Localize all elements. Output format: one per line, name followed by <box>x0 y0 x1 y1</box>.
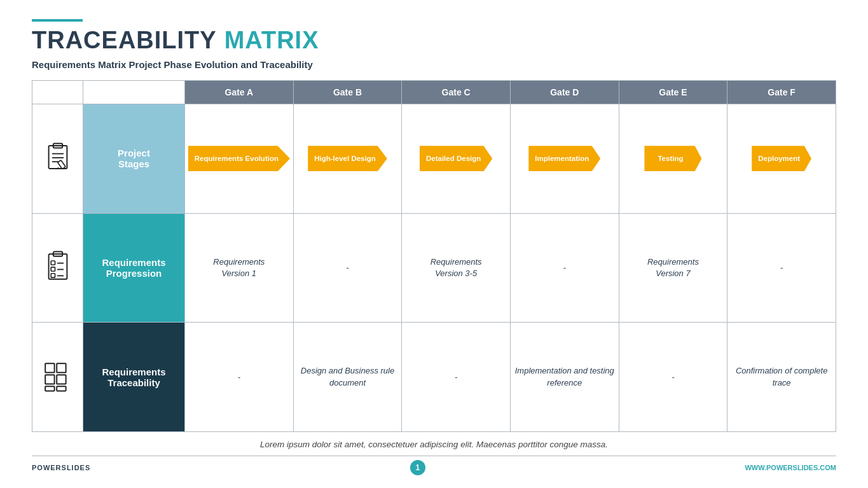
grid-squares-icon <box>41 359 75 393</box>
row-project-stages: Project Stages Requirements Evolution Hi… <box>32 104 836 214</box>
svg-rect-5 <box>57 160 65 169</box>
trace-gate-d: Implementation and testing reference <box>510 323 619 432</box>
svg-rect-18 <box>57 375 65 384</box>
th-gate-c: Gate C <box>402 81 511 104</box>
label-requirements-traceability: Requirements Traceability <box>83 323 185 432</box>
footer-brand-right: WWW.POWERSLIDES.COM <box>745 464 836 471</box>
arrow-requirements-evolution: Requirements Evolution <box>188 146 290 171</box>
stage-gate-d: Implementation <box>510 104 619 214</box>
arrow-detailed-design: Detailed Design <box>420 146 492 171</box>
th-gate-e: Gate E <box>619 81 727 104</box>
label-project-stages: Project Stages <box>83 104 185 214</box>
svg-rect-16 <box>57 363 65 372</box>
svg-rect-15 <box>45 363 54 372</box>
title-teal: MATRIX <box>224 27 319 54</box>
title-black: TRACEABILITY <box>32 27 217 54</box>
th-gate-d: Gate D <box>510 81 619 104</box>
svg-rect-13 <box>51 274 55 277</box>
footer-page-number: 1 <box>410 460 425 475</box>
page: TRACEABILITY MATRIX Requirements Matrix … <box>0 0 868 488</box>
subtitle: Requirements Matrix Project Phase Evolut… <box>32 59 836 70</box>
stage-gate-f: Deployment <box>727 104 836 214</box>
prog-gate-c: Requirements Version 3-5 <box>402 213 511 323</box>
footer: POWERSLIDES 1 WWW.POWERSLIDES.COM <box>32 456 836 475</box>
svg-rect-17 <box>45 375 54 384</box>
arrow-testing: Testing <box>644 146 701 171</box>
svg-rect-20 <box>57 386 65 391</box>
trace-gate-f: Confirmation of complete trace <box>727 323 836 432</box>
checklist-icon <box>41 249 75 284</box>
th-gate-b: Gate B <box>293 81 402 104</box>
stage-gate-e: Testing <box>619 104 727 214</box>
svg-rect-19 <box>45 386 54 391</box>
prog-gate-d: - <box>510 213 619 323</box>
icon-cell-progression <box>32 213 83 323</box>
header-row: Gate A Gate B Gate C Gate D Gate E Gate … <box>32 81 836 104</box>
prog-gate-e: Requirements Version 7 <box>619 213 727 323</box>
stage-gate-b: High-level Design <box>293 104 402 214</box>
th-gate-a: Gate A <box>185 81 294 104</box>
trace-gate-e: - <box>619 323 727 432</box>
clipboard-pencil-icon <box>41 140 75 174</box>
prog-gate-a: Requirements Version 1 <box>185 213 294 323</box>
icon-cell-stages <box>32 104 83 214</box>
row-requirements-traceability: Requirements Traceability - Design and B… <box>32 323 836 432</box>
footnote: Lorem ipsum dolor sit amet, consectetuer… <box>32 440 836 449</box>
prog-gate-f: - <box>727 213 836 323</box>
icon-cell-traceability <box>32 323 83 432</box>
stage-gate-c: Detailed Design <box>402 104 511 214</box>
svg-rect-9 <box>51 261 55 265</box>
title-bar: TRACEABILITY MATRIX <box>32 19 836 54</box>
teal-accent-line <box>32 19 83 22</box>
th-icon-empty <box>32 81 83 104</box>
row-requirements-progression: Requirements Progression Requirements Ve… <box>32 213 836 323</box>
arrow-high-level-design: High-level Design <box>308 146 387 171</box>
arrow-implementation: Implementation <box>528 146 600 171</box>
th-label-empty <box>83 81 185 104</box>
prog-gate-b: - <box>293 213 402 323</box>
svg-rect-11 <box>51 267 55 271</box>
trace-gate-c: - <box>402 323 511 432</box>
footer-brand-left: POWERSLIDES <box>32 464 90 471</box>
label-requirements-progression: Requirements Progression <box>83 213 185 323</box>
trace-gate-a: - <box>185 323 294 432</box>
trace-gate-b: Design and Business rule document <box>293 323 402 432</box>
arrow-deployment: Deployment <box>752 146 811 171</box>
th-gate-f: Gate F <box>727 81 836 104</box>
stage-gate-a: Requirements Evolution <box>185 104 294 214</box>
matrix-table: Gate A Gate B Gate C Gate D Gate E Gate … <box>32 80 836 432</box>
